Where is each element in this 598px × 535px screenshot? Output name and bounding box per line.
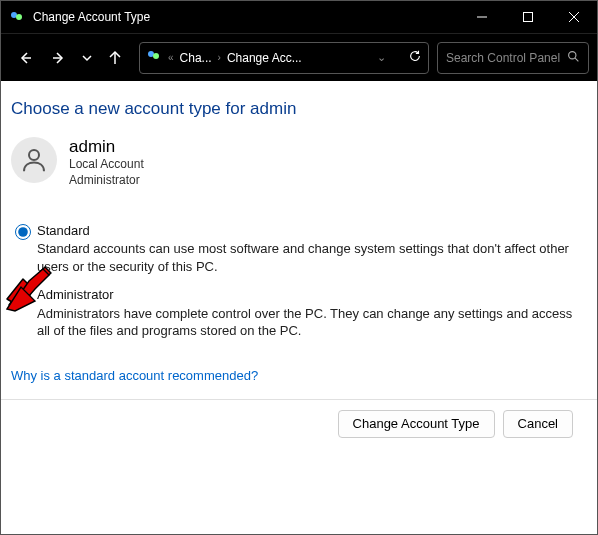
account-type-options: Standard Standard accounts can use most … <box>11 223 587 340</box>
svg-point-1 <box>16 14 22 20</box>
chevron-down-icon[interactable]: ⌄ <box>375 51 388 64</box>
back-button[interactable] <box>9 42 41 74</box>
radio-standard[interactable] <box>15 224 31 240</box>
titlebar: Change Account Type <box>1 1 597 33</box>
cancel-button[interactable]: Cancel <box>503 410 573 438</box>
nav-bar: « Cha... › Change Acc... ⌄ Search Contro… <box>1 33 597 81</box>
footer-buttons: Change Account Type Cancel <box>11 400 587 448</box>
user-card: admin Local Account Administrator <box>11 137 587 189</box>
address-bar[interactable]: « Cha... › Change Acc... ⌄ <box>139 42 429 74</box>
svg-point-11 <box>569 51 576 58</box>
breadcrumb-icon <box>146 48 162 67</box>
close-button[interactable] <box>551 1 597 33</box>
option-standard-label: Standard <box>37 223 587 239</box>
refresh-icon[interactable] <box>408 49 422 66</box>
option-administrator-desc: Administrators have complete control ove… <box>37 305 587 340</box>
breadcrumb-segment[interactable]: Cha... <box>180 51 212 65</box>
page-heading: Choose a new account type for admin <box>11 99 587 119</box>
svg-rect-3 <box>524 13 533 22</box>
option-administrator[interactable]: Administrator Administrators have comple… <box>15 287 587 340</box>
breadcrumb-segment[interactable]: Change Acc... <box>227 51 302 65</box>
change-account-type-button[interactable]: Change Account Type <box>338 410 495 438</box>
avatar <box>11 137 57 183</box>
minimize-button[interactable] <box>459 1 505 33</box>
svg-point-13 <box>29 150 39 160</box>
recommended-link[interactable]: Why is a standard account recommended? <box>11 368 258 383</box>
svg-point-10 <box>153 53 159 59</box>
app-icon <box>9 9 25 25</box>
window-title: Change Account Type <box>33 10 459 24</box>
option-standard[interactable]: Standard Standard accounts can use most … <box>15 223 587 276</box>
search-input[interactable]: Search Control Panel <box>437 42 589 74</box>
chevron-left-icon: « <box>166 52 176 63</box>
search-icon <box>567 50 580 66</box>
radio-administrator[interactable] <box>15 288 31 304</box>
option-administrator-label: Administrator <box>37 287 587 303</box>
forward-button[interactable] <box>43 42 75 74</box>
user-account-type: Local Account <box>69 157 144 173</box>
content-area: Choose a new account type for admin admi… <box>1 81 597 448</box>
chevron-right-icon: › <box>216 52 223 63</box>
maximize-button[interactable] <box>505 1 551 33</box>
user-role: Administrator <box>69 173 144 189</box>
option-standard-desc: Standard accounts can use most software … <box>37 240 587 275</box>
recent-dropdown[interactable] <box>77 42 97 74</box>
svg-line-12 <box>575 58 578 61</box>
up-button[interactable] <box>99 42 131 74</box>
search-placeholder: Search Control Panel <box>446 51 567 65</box>
user-name: admin <box>69 137 144 157</box>
